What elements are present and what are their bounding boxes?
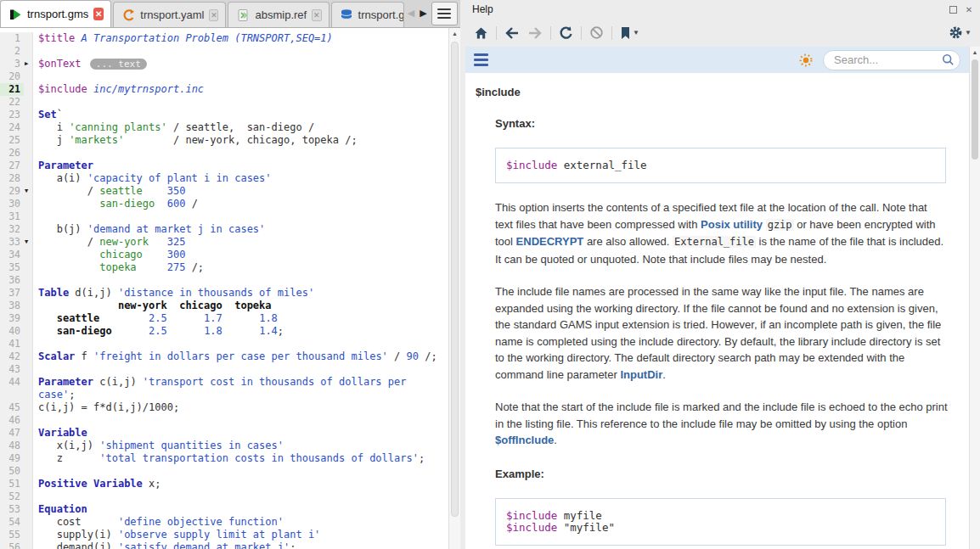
search-icon[interactable] — [942, 53, 955, 66]
code-line[interactable]: 23Set` — [0, 109, 448, 121]
fold-gutter — [24, 70, 33, 83]
stop-button[interactable] — [589, 25, 604, 40]
code-line[interactable]: 42Scalar f 'freight in dollars per case … — [0, 350, 448, 363]
code-text: Parameter — [33, 160, 93, 172]
tab-label: trnsport.gms — [27, 8, 88, 20]
code-text: $onText ... text — [33, 58, 147, 70]
line-number: 25 — [0, 134, 24, 147]
code-text: topeka 275 /; — [33, 261, 204, 274]
code-line[interactable]: 26 — [0, 147, 448, 160]
code-text — [33, 70, 38, 83]
scroll-up-icon[interactable]: ▲ — [970, 47, 980, 55]
code-line[interactable]: 39 seattle 2.5 1.7 1.8 — [0, 312, 448, 325]
tab-list-menu-button[interactable] — [431, 2, 458, 25]
code-line[interactable]: 56 demand(j) 'satisfy demand at market j… — [0, 541, 448, 549]
code-line[interactable]: 37Table d(i,j) 'distance in thousands of… — [0, 287, 448, 300]
code-line[interactable]: 34 chicago 300 — [0, 249, 448, 261]
code-text: b(j) 'demand at market j in cases' — [33, 223, 265, 236]
code-text — [33, 490, 38, 503]
theme-sun-icon[interactable] — [797, 52, 814, 69]
close-tab-icon[interactable]: ✕ — [93, 8, 104, 20]
scroll-up-icon[interactable]: ▲ — [449, 28, 460, 36]
help-options-button[interactable]: ▼ — [949, 25, 972, 40]
line-number: 30 — [0, 198, 24, 210]
scrollbar-thumb[interactable] — [972, 59, 978, 160]
fold-gutter — [24, 198, 33, 210]
code-line[interactable]: 28 a(i) 'capacity of plant i in cases' — [0, 172, 448, 185]
code-text: chicago 300 — [33, 249, 185, 261]
reload-button[interactable] — [559, 25, 573, 40]
code-line[interactable]: 30 san-diego 600 / — [0, 198, 448, 210]
tab-absmip-ref[interactable]: absmip.ref ✕ — [228, 2, 329, 27]
code-line[interactable]: 24 i 'canning plants' / seattle, san-die… — [0, 121, 448, 134]
tab-scroll-left-icon[interactable]: ◀ — [408, 8, 414, 19]
code-line[interactable]: 41 — [0, 338, 448, 350]
code-text: j 'markets' / new-york, chicago, topeka … — [33, 134, 358, 147]
code-line[interactable]: 1$title A Transportation Problem (TRNSPO… — [0, 32, 448, 45]
code-text: x(i,j) 'shipment quantities in cases' — [33, 440, 284, 452]
code-line[interactable]: 49 z 'total transportation costs in thou… — [0, 452, 448, 465]
line-number: 31 — [0, 210, 24, 223]
search-input[interactable] — [823, 50, 960, 70]
tab-trnsport-gms[interactable]: trnsport.gms ✕ — [0, 0, 111, 27]
tab-scroll-right-icon[interactable]: ▶ — [420, 8, 426, 19]
code-line[interactable]: 38 new-york chicago topeka — [0, 300, 448, 312]
code-line[interactable]: 46 — [0, 414, 448, 427]
close-tab-icon[interactable]: ✕ — [312, 9, 321, 21]
code-line[interactable]: 54 cost 'define objective function' — [0, 516, 448, 529]
code-text: supply(i) 'observe supply limit at plant… — [33, 529, 320, 541]
code-line[interactable]: 51Positive Variable x; — [0, 478, 448, 490]
code-line[interactable]: 50 — [0, 465, 448, 478]
fold-gutter — [24, 121, 33, 134]
code-line[interactable]: 33▼ / new-york 325 — [0, 236, 448, 249]
line-number: 53 — [0, 503, 24, 516]
help-vertical-scrollbar[interactable]: ▲ — [969, 47, 980, 549]
code-line[interactable]: 29▼ / seattle 350 — [0, 185, 448, 198]
fold-gutter — [24, 414, 33, 427]
code-line[interactable]: 35 topeka 275 /; — [0, 261, 448, 274]
editor-tabbar: trnsport.gms ✕ trnsport.yaml ✕ absmip.re… — [0, 0, 460, 28]
code-text: seattle 2.5 1.7 1.8 — [33, 312, 278, 325]
code-text: Equation — [33, 503, 87, 516]
help-content: $include Syntax: $include external_file … — [465, 73, 969, 549]
scrollbar-thumb[interactable] — [451, 42, 459, 517]
code-line[interactable]: 55 supply(i) 'observe supply limit at pl… — [0, 529, 448, 541]
code-line[interactable]: 32 b(j) 'demand at market j in cases' — [0, 223, 448, 236]
float-panel-button[interactable] — [947, 3, 959, 15]
code-line[interactable]: 43 — [0, 363, 448, 376]
line-number: 3 — [0, 58, 24, 70]
code-line[interactable]: 47Variable — [0, 427, 448, 440]
code-line[interactable]: 40 san-diego 2.5 1.8 1.4; — [0, 325, 448, 338]
code-editor[interactable]: 1$title A Transportation Problem (TRNSPO… — [0, 28, 448, 549]
code-line[interactable]: 31 — [0, 210, 448, 223]
tab-trnsport-gdx[interactable]: trnsport.g — [331, 2, 404, 27]
close-panel-button[interactable]: ✕ — [963, 3, 975, 15]
line-number: 44 — [0, 376, 24, 389]
bookmark-button[interactable]: ▼ — [620, 26, 639, 40]
close-tab-icon[interactable]: ✕ — [209, 9, 218, 21]
tab-trnsport-yaml[interactable]: trnsport.yaml ✕ — [113, 2, 226, 27]
code-line[interactable]: 2 — [0, 45, 448, 58]
code-line[interactable]: 3▶$onText ... text — [0, 58, 448, 70]
code-line[interactable]: 27Parameter — [0, 160, 448, 172]
code-line[interactable]: 21$include inc/mytrnsport.inc — [0, 83, 448, 96]
code-line[interactable]: 36 — [0, 274, 448, 287]
code-line[interactable]: 22 — [0, 96, 448, 109]
forward-button[interactable] — [527, 26, 543, 40]
code-line[interactable]: 25 j 'markets' / new-york, chicago, tope… — [0, 134, 448, 147]
code-line[interactable]: 20 — [0, 70, 448, 83]
fold-marker-icon[interactable]: ▼ — [24, 236, 33, 249]
help-contents-menu-icon[interactable] — [474, 51, 488, 69]
back-button[interactable] — [504, 26, 520, 40]
code-line[interactable]: 45c(i,j) = f*d(i,j)/1000; — [0, 401, 448, 414]
home-button[interactable] — [474, 26, 488, 40]
editor-vertical-scrollbar[interactable]: ▲ — [448, 28, 460, 549]
code-line[interactable]: 48 x(i,j) 'shipment quantities in cases' — [0, 440, 448, 452]
code-text: $include inc/mytrnsport.inc — [33, 83, 204, 96]
fold-marker-icon[interactable]: ▶ — [24, 58, 33, 70]
code-line[interactable]: 52 — [0, 490, 448, 503]
code-line[interactable]: 53Equation — [0, 503, 448, 516]
code-line[interactable]: 44Parameter c(i,j) 'transport cost in th… — [0, 376, 448, 389]
fold-marker-icon[interactable]: ▼ — [24, 185, 33, 198]
code-line[interactable]: case'; — [0, 389, 448, 401]
